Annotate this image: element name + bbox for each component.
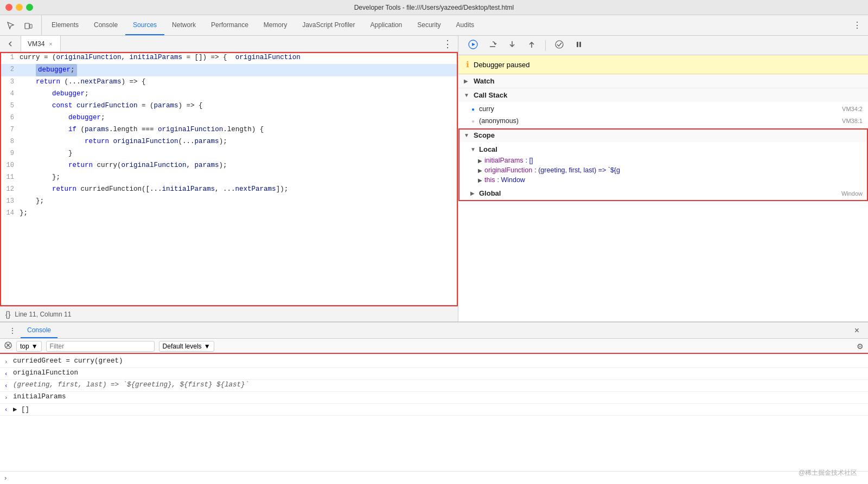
go-back-button[interactable] bbox=[4, 38, 16, 50]
file-tab-close-button[interactable]: × bbox=[48, 40, 53, 48]
scope-item-value-2: : (greeting, first, last) => `${g bbox=[534, 166, 620, 174]
edit-breakpoints-button[interactable] bbox=[551, 38, 567, 53]
callstack-item-anonymous[interactable]: ● (anonymous) VM38:1 bbox=[458, 115, 868, 127]
scope-global-header[interactable]: ▶ Global Window bbox=[465, 187, 868, 199]
minimize-window-button[interactable] bbox=[16, 4, 23, 11]
code-line-5: 5 const curriedFunction = (params) => { bbox=[0, 100, 458, 112]
more-tabs-button[interactable]: ⋮ bbox=[846, 15, 868, 35]
code-line-6: 6 debugger; bbox=[0, 112, 458, 124]
levels-dropdown-icon: ▼ bbox=[204, 343, 210, 350]
default-levels-selector[interactable]: Default levels ▼ bbox=[159, 341, 214, 352]
tab-audits[interactable]: Audits bbox=[449, 15, 482, 35]
console-text-2: originalFunction bbox=[13, 369, 864, 377]
watch-header[interactable]: ▶ Watch bbox=[458, 74, 868, 88]
callstack-inactive-icon: ● bbox=[471, 118, 475, 124]
console-input[interactable] bbox=[10, 474, 864, 482]
scope-item-value-1: : [] bbox=[526, 157, 533, 164]
code-line-10: 10 return curry(originalFunction, params… bbox=[0, 160, 458, 172]
tab-security[interactable]: Security bbox=[410, 15, 448, 35]
callstack-anonymous-name: (anonymous) bbox=[479, 117, 838, 125]
top-nav: Elements Console Sources Network Perform… bbox=[0, 15, 868, 36]
console-filter-input[interactable] bbox=[46, 341, 155, 352]
console-tab-console[interactable]: Console bbox=[21, 322, 58, 338]
console-toolbar: top ▼ Default levels ▼ ⚙ bbox=[0, 339, 868, 354]
global-title: Global bbox=[479, 189, 501, 197]
resume-button[interactable] bbox=[465, 38, 481, 53]
scope-local-body: ▼ Local ▶ initialParams : [] ▶ bbox=[458, 142, 868, 186]
file-tab-vm34[interactable]: VM34 × bbox=[21, 36, 61, 51]
select-element-button[interactable] bbox=[4, 19, 17, 32]
scope-item-arrow-1: ▶ bbox=[478, 157, 482, 164]
step-into-button[interactable] bbox=[504, 38, 520, 53]
watermark: @稀土掘金技术社区 bbox=[799, 468, 857, 477]
console-text-3: (greeting, first, last) => `${greeting},… bbox=[13, 381, 864, 389]
scope-header[interactable]: ▼ Scope bbox=[458, 128, 868, 142]
local-title: Local bbox=[479, 145, 497, 153]
global-value: Window bbox=[841, 190, 863, 197]
console-input-row: › bbox=[0, 471, 868, 484]
code-line-12: 12 return curriedFunction([...initialPar… bbox=[0, 184, 458, 196]
close-window-button[interactable] bbox=[5, 4, 12, 11]
status-bar: {} Line 11, Column 11 bbox=[0, 306, 458, 321]
console-row-1: › curriedGreet = curry(greet) bbox=[0, 356, 868, 368]
scope-toggle-icon: ▼ bbox=[464, 132, 470, 138]
maximize-window-button[interactable] bbox=[26, 4, 33, 11]
scope-local-header[interactable]: ▼ Local bbox=[465, 143, 868, 156]
code-line-2: 2 debugger; bbox=[0, 64, 458, 76]
callstack-active-icon: ● bbox=[471, 106, 475, 112]
callstack-header[interactable]: ▼ Call Stack bbox=[458, 88, 868, 102]
scope-item-key-1: initialParams bbox=[484, 157, 524, 164]
tab-console[interactable]: Console bbox=[86, 15, 125, 35]
code-line-1: 1 curry = (originalFunction, initialPara… bbox=[0, 52, 458, 64]
code-line-9: 9 } bbox=[0, 148, 458, 160]
console-row-2: ‹ originalFunction bbox=[0, 368, 868, 380]
step-out-button[interactable] bbox=[524, 38, 540, 53]
tab-js-profiler[interactable]: JavaScript Profiler bbox=[295, 15, 362, 35]
watch-title: Watch bbox=[474, 77, 495, 85]
code-line-13: 13 }; bbox=[0, 196, 458, 208]
console-tab-label: Console bbox=[27, 326, 51, 334]
callstack-item-curry[interactable]: ● curry VM34:2 bbox=[458, 103, 868, 115]
console-row-4: › initialParams bbox=[0, 392, 868, 404]
clear-console-button[interactable] bbox=[4, 341, 12, 351]
tab-sources[interactable]: Sources bbox=[125, 15, 164, 35]
scope-item-initialparams[interactable]: ▶ initialParams : [] bbox=[478, 156, 868, 165]
tab-network[interactable]: Network bbox=[164, 15, 203, 35]
tab-application[interactable]: Application bbox=[363, 15, 410, 35]
console-text-1: curriedGreet = curry(greet) bbox=[13, 357, 864, 365]
console-output: › curriedGreet = curry(greet) ‹ original… bbox=[0, 354, 868, 471]
pause-on-exception-button[interactable] bbox=[571, 38, 587, 53]
console-settings-button[interactable]: ⚙ bbox=[857, 342, 864, 351]
step-over-button[interactable] bbox=[484, 38, 501, 53]
code-line-7: 7 if (params.length === originalFunction… bbox=[0, 124, 458, 136]
callstack-section: ▼ Call Stack ● curry VM34:2 ● (anon bbox=[458, 88, 868, 128]
scope-item-this[interactable]: ▶ this : Window bbox=[478, 175, 868, 185]
scope-item-arrow-3: ▶ bbox=[478, 176, 482, 183]
scope-item-value-3: : Window bbox=[497, 176, 525, 184]
main-area: VM34 × ⋮ 1 curry = (originalFunction, in… bbox=[0, 36, 868, 321]
console-close-button[interactable]: × bbox=[850, 326, 864, 335]
paused-info-icon: ℹ bbox=[466, 60, 469, 69]
tab-memory[interactable]: Memory bbox=[256, 15, 295, 35]
console-text-5: ▶ [] bbox=[13, 405, 864, 414]
left-panel: VM34 × ⋮ 1 curry = (originalFunction, in… bbox=[0, 36, 458, 321]
console-arrow-4: › bbox=[4, 393, 13, 401]
file-tab-menu-button[interactable]: ⋮ bbox=[437, 38, 458, 50]
svg-rect-1 bbox=[30, 24, 32, 28]
console-row-3: ‹ (greeting, first, last) => `${greeting… bbox=[0, 380, 868, 392]
console-tabs: ⋮ Console × bbox=[0, 322, 868, 339]
scope-title: Scope bbox=[474, 131, 495, 139]
svg-rect-8 bbox=[579, 42, 581, 47]
tab-elements[interactable]: Elements bbox=[44, 15, 86, 35]
callstack-curry-loc: VM34:2 bbox=[842, 106, 863, 112]
scope-item-originalfunction[interactable]: ▶ originalFunction : (greeting, first, l… bbox=[478, 165, 868, 175]
callstack-toggle-icon: ▼ bbox=[464, 92, 470, 98]
context-selector[interactable]: top ▼ bbox=[16, 341, 42, 352]
status-bar-braces-icon: {} bbox=[5, 310, 10, 319]
window-controls bbox=[5, 4, 33, 11]
device-toolbar-button[interactable] bbox=[22, 19, 35, 32]
tab-performance[interactable]: Performance bbox=[203, 15, 256, 35]
console-more-icon[interactable]: ⋮ bbox=[4, 326, 21, 335]
code-line-4: 4 debugger; bbox=[0, 88, 458, 100]
scope-container: ▶ Watch ▼ Call Stack ● cu bbox=[458, 74, 868, 321]
